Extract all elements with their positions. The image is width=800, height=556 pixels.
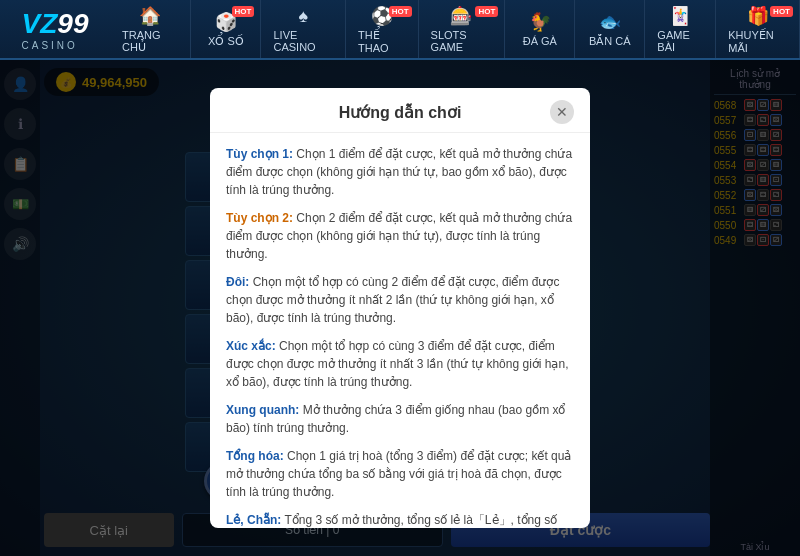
daga-icon: 🐓 <box>529 11 551 33</box>
modal-overlay[interactable]: Hướng dẫn chơi ✕ Tùy chọn 1: Chọn 1 điểm… <box>0 60 800 556</box>
banca-icon: 🐟 <box>599 11 621 33</box>
rule-1: Tùy chọn 2: Chọn 2 điểm để đặt cược, kết… <box>226 209 574 263</box>
nav-live-casino-label: LIVE CASINO <box>273 29 333 53</box>
rule-2: Đôi: Chọn một tổ hợp có cùng 2 điểm để đ… <box>226 273 574 327</box>
nav-ban-ca[interactable]: 🐟 BẮN CÁ <box>575 0 645 58</box>
nav-ban-ca-label: BẮN CÁ <box>589 35 631 48</box>
modal-close-button[interactable]: ✕ <box>550 100 574 124</box>
nav-live-casino[interactable]: ♠ LIVE CASINO <box>261 0 346 58</box>
rule-6: Lẻ, Chẵn: Tổng 3 số mở thưởng, tổng số l… <box>226 511 574 528</box>
nav-xo-so[interactable]: 🎲 XỔ SỐ HOT <box>191 0 261 58</box>
rule-3-desc: Chọn một tổ hợp có cùng 3 điểm để đặt cư… <box>226 339 568 389</box>
nav-khuyen-mai-label: KHUYẾN MÃI <box>728 29 787 54</box>
rule-2-desc: Chọn một tổ hợp có cùng 2 điểm để đặt cư… <box>226 275 559 325</box>
rule-1-label: Tùy chọn 2: <box>226 211 293 225</box>
khuyenmai-hot-badge: HOT <box>770 6 793 17</box>
gamebai-icon: 🃏 <box>669 5 691 27</box>
nav-khuyen-mai[interactable]: 🎁 KHUYẾN MÃI HOT <box>716 0 800 58</box>
rule-4-label: Xung quanh: <box>226 403 299 417</box>
logo: VZ99 CASINO <box>0 8 110 51</box>
rule-5-label: Tổng hóa: <box>226 449 284 463</box>
home-icon: 🏠 <box>139 5 161 27</box>
main-nav: 🏠 TRANG CHỦ 🎲 XỔ SỐ HOT ♠ LIVE CASINO ⚽ … <box>110 0 800 58</box>
thethao-hot-badge: HOT <box>389 6 412 17</box>
nav-da-ga[interactable]: 🐓 ĐÁ GÀ <box>505 0 575 58</box>
modal-title: Hướng dẫn chơi <box>250 103 550 122</box>
modal-header: Hướng dẫn chơi ✕ <box>210 88 590 133</box>
nav-game-bai[interactable]: 🃏 GAME BÀI <box>645 0 716 58</box>
rule-2-label: Đôi: <box>226 275 249 289</box>
slots-icon: 🎰 <box>450 5 472 27</box>
nav-game-bai-label: GAME BÀI <box>657 29 703 53</box>
nav-slots[interactable]: 🎰 SLOTS GAME HOT <box>419 0 506 58</box>
slots-hot-badge: HOT <box>475 6 498 17</box>
khuyen-mai-icon: 🎁 <box>747 5 769 27</box>
nav-the-thao[interactable]: ⚽ THỂ THAO HOT <box>346 0 419 58</box>
help-modal: Hướng dẫn chơi ✕ Tùy chọn 1: Chọn 1 điểm… <box>210 88 590 528</box>
rule-3: Xúc xắc: Chọn một tổ hợp có cùng 3 điểm … <box>226 337 574 391</box>
main-area: 💰 49,964,950 👤 ℹ 📋 💵 🔊 Cách chơi 1 Cách … <box>0 60 800 556</box>
rule-4: Xung quanh: Mở thưởng chứa 3 điểm giống … <box>226 401 574 437</box>
modal-body: Tùy chọn 1: Chọn 1 điểm để đặt cược, kết… <box>210 133 590 528</box>
logo-sub: CASINO <box>22 40 89 51</box>
header: VZ99 CASINO 🏠 TRANG CHỦ 🎲 XỔ SỐ HOT ♠ LI… <box>0 0 800 60</box>
nav-da-ga-label: ĐÁ GÀ <box>523 35 557 47</box>
rule-0-label: Tùy chọn 1: <box>226 147 293 161</box>
casino-icon: ♠ <box>298 6 308 27</box>
logo-text: VZ99 <box>22 8 89 40</box>
nav-the-thao-label: THỂ THAO <box>358 29 406 54</box>
rule-6-label: Lẻ, Chẵn: <box>226 513 281 527</box>
nav-trang-chu-label: TRANG CHỦ <box>122 29 178 54</box>
rule-5: Tổng hóa: Chọn 1 giá trị hoà (tổng 3 điể… <box>226 447 574 501</box>
rule-0: Tùy chọn 1: Chọn 1 điểm để đặt cược, kết… <box>226 145 574 199</box>
nav-xo-so-label: XỔ SỐ <box>208 35 244 48</box>
xoso-hot-badge: HOT <box>232 6 255 17</box>
nav-slots-label: SLOTS GAME <box>431 29 493 53</box>
nav-trang-chu[interactable]: 🏠 TRANG CHỦ <box>110 0 191 58</box>
rule-3-label: Xúc xắc: <box>226 339 276 353</box>
